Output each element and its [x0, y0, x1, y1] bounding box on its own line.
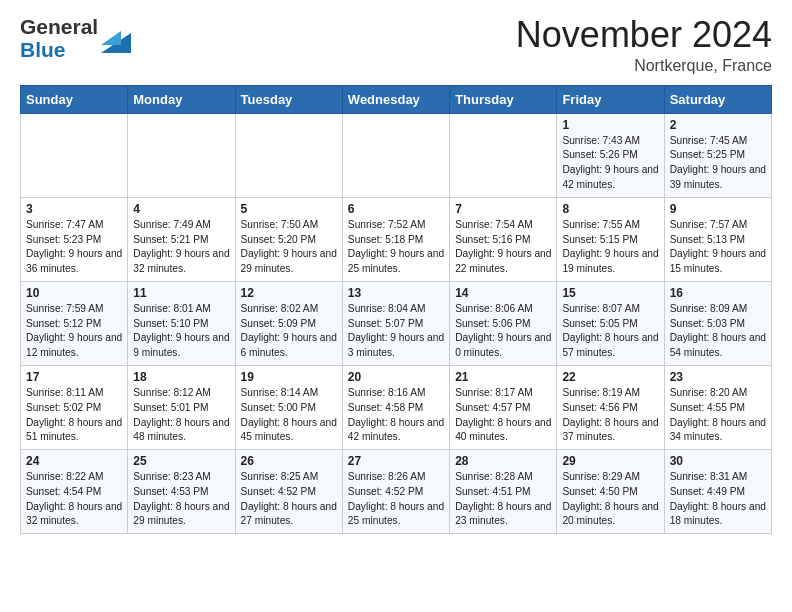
calendar-cell: 8Sunrise: 7:55 AM Sunset: 5:15 PM Daylig…	[557, 197, 664, 281]
day-number: 10	[26, 286, 122, 300]
calendar-cell: 24Sunrise: 8:22 AM Sunset: 4:54 PM Dayli…	[21, 450, 128, 534]
calendar-header-row: SundayMondayTuesdayWednesdayThursdayFrid…	[21, 85, 772, 113]
calendar-cell: 22Sunrise: 8:19 AM Sunset: 4:56 PM Dayli…	[557, 365, 664, 449]
day-info: Sunrise: 8:12 AM Sunset: 5:01 PM Dayligh…	[133, 386, 229, 445]
day-info: Sunrise: 8:19 AM Sunset: 4:56 PM Dayligh…	[562, 386, 658, 445]
title-block: November 2024 Nortkerque, France	[516, 15, 772, 75]
day-info: Sunrise: 7:55 AM Sunset: 5:15 PM Dayligh…	[562, 218, 658, 277]
day-number: 27	[348, 454, 444, 468]
day-header: Sunday	[21, 85, 128, 113]
day-header: Thursday	[450, 85, 557, 113]
day-header: Wednesday	[342, 85, 449, 113]
day-number: 29	[562, 454, 658, 468]
day-number: 16	[670, 286, 766, 300]
day-info: Sunrise: 7:50 AM Sunset: 5:20 PM Dayligh…	[241, 218, 337, 277]
day-number: 7	[455, 202, 551, 216]
calendar-cell	[450, 113, 557, 197]
calendar-cell: 23Sunrise: 8:20 AM Sunset: 4:55 PM Dayli…	[664, 365, 771, 449]
day-header: Tuesday	[235, 85, 342, 113]
day-number: 26	[241, 454, 337, 468]
day-info: Sunrise: 8:16 AM Sunset: 4:58 PM Dayligh…	[348, 386, 444, 445]
calendar-week-row: 3Sunrise: 7:47 AM Sunset: 5:23 PM Daylig…	[21, 197, 772, 281]
day-info: Sunrise: 8:26 AM Sunset: 4:52 PM Dayligh…	[348, 470, 444, 529]
calendar-table: SundayMondayTuesdayWednesdayThursdayFrid…	[20, 85, 772, 535]
day-number: 14	[455, 286, 551, 300]
day-number: 8	[562, 202, 658, 216]
header: General Blue November 2024 Nortkerque, F…	[20, 15, 772, 75]
calendar-cell: 2Sunrise: 7:45 AM Sunset: 5:25 PM Daylig…	[664, 113, 771, 197]
calendar-cell: 14Sunrise: 8:06 AM Sunset: 5:06 PM Dayli…	[450, 281, 557, 365]
day-number: 18	[133, 370, 229, 384]
calendar-cell: 12Sunrise: 8:02 AM Sunset: 5:09 PM Dayli…	[235, 281, 342, 365]
calendar-week-row: 1Sunrise: 7:43 AM Sunset: 5:26 PM Daylig…	[21, 113, 772, 197]
calendar-week-row: 24Sunrise: 8:22 AM Sunset: 4:54 PM Dayli…	[21, 450, 772, 534]
day-number: 23	[670, 370, 766, 384]
calendar-cell: 11Sunrise: 8:01 AM Sunset: 5:10 PM Dayli…	[128, 281, 235, 365]
calendar-cell: 16Sunrise: 8:09 AM Sunset: 5:03 PM Dayli…	[664, 281, 771, 365]
day-number: 11	[133, 286, 229, 300]
day-number: 30	[670, 454, 766, 468]
calendar-cell	[235, 113, 342, 197]
day-info: Sunrise: 8:31 AM Sunset: 4:49 PM Dayligh…	[670, 470, 766, 529]
day-number: 5	[241, 202, 337, 216]
day-number: 1	[562, 118, 658, 132]
calendar-cell: 19Sunrise: 8:14 AM Sunset: 5:00 PM Dayli…	[235, 365, 342, 449]
logo-blue: Blue	[20, 38, 98, 61]
calendar-cell: 27Sunrise: 8:26 AM Sunset: 4:52 PM Dayli…	[342, 450, 449, 534]
day-header: Friday	[557, 85, 664, 113]
day-number: 15	[562, 286, 658, 300]
day-info: Sunrise: 8:20 AM Sunset: 4:55 PM Dayligh…	[670, 386, 766, 445]
day-info: Sunrise: 7:43 AM Sunset: 5:26 PM Dayligh…	[562, 134, 658, 193]
day-info: Sunrise: 8:02 AM Sunset: 5:09 PM Dayligh…	[241, 302, 337, 361]
calendar-cell: 1Sunrise: 7:43 AM Sunset: 5:26 PM Daylig…	[557, 113, 664, 197]
day-info: Sunrise: 8:04 AM Sunset: 5:07 PM Dayligh…	[348, 302, 444, 361]
day-number: 4	[133, 202, 229, 216]
calendar-cell	[128, 113, 235, 197]
day-info: Sunrise: 8:14 AM Sunset: 5:00 PM Dayligh…	[241, 386, 337, 445]
calendar-cell: 4Sunrise: 7:49 AM Sunset: 5:21 PM Daylig…	[128, 197, 235, 281]
calendar-cell	[21, 113, 128, 197]
svg-marker-1	[101, 31, 121, 45]
day-number: 6	[348, 202, 444, 216]
day-info: Sunrise: 8:29 AM Sunset: 4:50 PM Dayligh…	[562, 470, 658, 529]
day-info: Sunrise: 7:45 AM Sunset: 5:25 PM Dayligh…	[670, 134, 766, 193]
calendar-cell: 18Sunrise: 8:12 AM Sunset: 5:01 PM Dayli…	[128, 365, 235, 449]
day-number: 12	[241, 286, 337, 300]
day-info: Sunrise: 8:28 AM Sunset: 4:51 PM Dayligh…	[455, 470, 551, 529]
calendar-cell: 30Sunrise: 8:31 AM Sunset: 4:49 PM Dayli…	[664, 450, 771, 534]
day-info: Sunrise: 7:57 AM Sunset: 5:13 PM Dayligh…	[670, 218, 766, 277]
day-number: 24	[26, 454, 122, 468]
day-info: Sunrise: 8:25 AM Sunset: 4:52 PM Dayligh…	[241, 470, 337, 529]
day-number: 22	[562, 370, 658, 384]
calendar-cell: 29Sunrise: 8:29 AM Sunset: 4:50 PM Dayli…	[557, 450, 664, 534]
day-info: Sunrise: 8:11 AM Sunset: 5:02 PM Dayligh…	[26, 386, 122, 445]
day-number: 17	[26, 370, 122, 384]
day-info: Sunrise: 8:23 AM Sunset: 4:53 PM Dayligh…	[133, 470, 229, 529]
day-number: 21	[455, 370, 551, 384]
calendar-cell: 17Sunrise: 8:11 AM Sunset: 5:02 PM Dayli…	[21, 365, 128, 449]
day-info: Sunrise: 7:49 AM Sunset: 5:21 PM Dayligh…	[133, 218, 229, 277]
day-number: 9	[670, 202, 766, 216]
day-number: 20	[348, 370, 444, 384]
day-info: Sunrise: 8:17 AM Sunset: 4:57 PM Dayligh…	[455, 386, 551, 445]
calendar-cell: 10Sunrise: 7:59 AM Sunset: 5:12 PM Dayli…	[21, 281, 128, 365]
calendar-cell: 7Sunrise: 7:54 AM Sunset: 5:16 PM Daylig…	[450, 197, 557, 281]
day-header: Saturday	[664, 85, 771, 113]
calendar-cell	[342, 113, 449, 197]
calendar-cell: 9Sunrise: 7:57 AM Sunset: 5:13 PM Daylig…	[664, 197, 771, 281]
logo-icon	[101, 17, 131, 53]
day-info: Sunrise: 8:01 AM Sunset: 5:10 PM Dayligh…	[133, 302, 229, 361]
day-info: Sunrise: 8:07 AM Sunset: 5:05 PM Dayligh…	[562, 302, 658, 361]
day-info: Sunrise: 8:22 AM Sunset: 4:54 PM Dayligh…	[26, 470, 122, 529]
calendar-cell: 6Sunrise: 7:52 AM Sunset: 5:18 PM Daylig…	[342, 197, 449, 281]
logo: General Blue	[20, 15, 131, 61]
month-title: November 2024	[516, 15, 772, 55]
calendar-page: General Blue November 2024 Nortkerque, F…	[0, 0, 792, 549]
day-number: 19	[241, 370, 337, 384]
day-info: Sunrise: 7:59 AM Sunset: 5:12 PM Dayligh…	[26, 302, 122, 361]
day-info: Sunrise: 8:09 AM Sunset: 5:03 PM Dayligh…	[670, 302, 766, 361]
calendar-cell: 26Sunrise: 8:25 AM Sunset: 4:52 PM Dayli…	[235, 450, 342, 534]
day-header: Monday	[128, 85, 235, 113]
location: Nortkerque, France	[516, 57, 772, 75]
calendar-week-row: 17Sunrise: 8:11 AM Sunset: 5:02 PM Dayli…	[21, 365, 772, 449]
